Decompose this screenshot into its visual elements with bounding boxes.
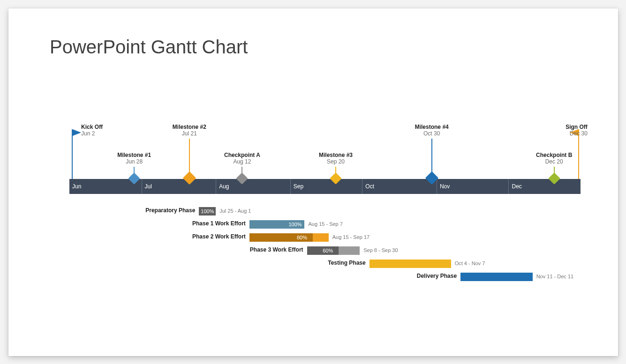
task-percent: 100% <box>201 208 214 214</box>
month-tick: Dec <box>508 179 584 194</box>
task-row: Phase 2 Work Effort80%Aug 15 - Sep 17 <box>69 231 581 245</box>
milestone-date: Dec 30 <box>545 130 588 137</box>
task-row: Preparatory Phase100%Jul 25 - Aug 1 <box>69 205 581 218</box>
milestone-date: Dec 20 <box>536 158 572 165</box>
task-date-range: Aug 15 - Sep 7 <box>309 221 343 227</box>
milestone-label: Milestone #3 <box>319 152 353 158</box>
month-tick: Aug <box>216 179 294 194</box>
milestone-label: Milestone #1 <box>117 152 151 158</box>
gantt-chart: JunJulAugSepOctNovDec Kick OffJun 2Miles… <box>69 121 581 308</box>
month-tick: Sep <box>290 179 366 194</box>
task-label: Testing Phase <box>69 260 366 266</box>
task-bar-progress <box>370 260 451 268</box>
task-percent: 80% <box>297 235 307 240</box>
milestone-diamond: Milestone #2Jul 21 <box>173 124 206 137</box>
milestone-label: Sign Off <box>545 124 588 130</box>
milestone-label: Kick Off <box>81 124 123 130</box>
task-label: Delivery Phase <box>69 273 457 279</box>
task-label: Phase 2 Work Effort <box>69 233 246 240</box>
task-bar: 100% <box>249 220 305 229</box>
milestone-date: Jun 28 <box>117 158 151 165</box>
slide: PowerPoint Gantt Chart JunJulAugSepOctNo… <box>8 8 618 356</box>
milestone-date: Sep 20 <box>319 158 353 165</box>
task-bar: 60% <box>307 246 360 255</box>
milestone-diamond: Checkpoint AAug 12 <box>224 152 260 165</box>
task-date-range: Jul 25 - Aug 1 <box>219 208 251 214</box>
task-date-range: Sep 8 - Sep 30 <box>363 247 398 253</box>
task-bar: 100% <box>199 207 216 215</box>
flag-pole-icon <box>72 129 73 179</box>
milestone-flag: Kick OffJun 2 <box>81 124 123 137</box>
task-bar <box>370 260 451 268</box>
milestone-label: Checkpoint A <box>224 152 260 158</box>
task-label: Preparatory Phase <box>69 207 195 214</box>
milestone-leader-line <box>431 139 432 175</box>
task-label: Phase 3 Work Effort <box>69 246 303 253</box>
task-row: Phase 1 Work Effort100%Aug 15 - Sep 7 <box>69 218 581 231</box>
task-layer: Preparatory Phase100%Jul 25 - Aug 1Phase… <box>69 205 581 284</box>
page: PowerPoint Gantt Chart JunJulAugSepOctNo… <box>0 0 626 364</box>
milestone-flag: Sign OffDec 30 <box>545 124 588 137</box>
flag-icon <box>73 129 81 136</box>
task-row: Phase 3 Work Effort60%Sep 8 - Sep 30 <box>69 245 581 258</box>
milestone-diamond: Milestone #3Sep 20 <box>319 152 353 165</box>
milestone-date: Aug 12 <box>224 158 260 165</box>
task-bar: 80% <box>249 233 329 242</box>
milestone-diamond: Milestone #4Oct 30 <box>415 124 449 137</box>
timeline-strip: JunJulAugSepOctNovDec <box>69 179 581 194</box>
task-row: Testing PhaseOct 4 - Nov 7 <box>69 258 581 271</box>
slide-title: PowerPoint Gantt Chart <box>50 37 248 58</box>
task-percent: 100% <box>288 222 302 227</box>
month-tick: Nov <box>437 179 512 194</box>
task-date-range: Oct 4 - Nov 7 <box>455 260 485 266</box>
task-percent: 60% <box>323 248 333 253</box>
task-date-range: Nov 11 - Dec 11 <box>536 274 573 279</box>
milestone-date: Jun 2 <box>81 130 123 137</box>
task-row: Delivery PhaseNov 11 - Dec 11 <box>69 271 581 284</box>
milestone-label: Milestone #4 <box>415 124 449 130</box>
milestone-label: Checkpoint B <box>536 152 572 158</box>
milestone-label: Milestone #2 <box>173 124 206 130</box>
milestone-diamond: Milestone #1Jun 28 <box>117 152 151 165</box>
milestone-date: Oct 30 <box>415 130 449 137</box>
milestone-date: Jul 21 <box>173 130 206 137</box>
task-bar <box>460 273 533 281</box>
task-label: Phase 1 Work Effort <box>69 220 246 227</box>
task-date-range: Aug 15 - Sep 17 <box>332 234 370 240</box>
milestone-diamond: Checkpoint BDec 20 <box>536 152 572 165</box>
milestone-leader-line <box>189 139 190 175</box>
task-bar-progress <box>460 273 533 281</box>
month-tick: Jul <box>142 179 219 194</box>
